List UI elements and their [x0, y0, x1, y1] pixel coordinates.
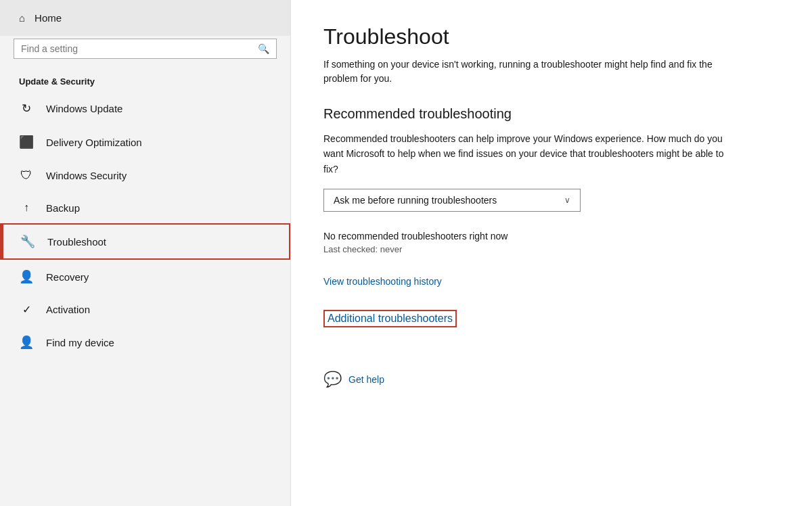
sidebar-item-delivery-optimization[interactable]: ⬛ Delivery Optimization: [0, 125, 290, 159]
no-troubleshooters-text: No recommended troubleshooters right now: [323, 231, 780, 242]
sidebar-item-label: Delivery Optimization: [46, 137, 142, 148]
search-box[interactable]: 🔍: [14, 39, 277, 59]
shield-icon: 🛡: [19, 168, 34, 183]
dropdown-value: Ask me before running troubleshooters: [334, 195, 497, 206]
get-help-row[interactable]: 💬 Get help: [323, 371, 780, 388]
get-help-icon: 💬: [323, 371, 342, 388]
recovery-icon: 👤: [19, 269, 34, 284]
sidebar-home-label: Home: [35, 12, 62, 24]
search-icon: 🔍: [258, 43, 269, 54]
page-subtitle: If something on your device isn't workin…: [323, 58, 729, 86]
home-icon: ⌂: [19, 12, 25, 24]
sidebar-item-windows-security[interactable]: 🛡 Windows Security: [0, 159, 290, 192]
sidebar-section-title: Update & Security: [0, 70, 290, 92]
last-checked-text: Last checked: never: [323, 244, 780, 254]
find-device-icon: 👤: [19, 335, 34, 350]
sidebar-item-label: Windows Security: [46, 170, 127, 181]
recommended-section-title: Recommended troubleshooting: [323, 106, 780, 122]
sidebar-item-label: Find my device: [46, 337, 114, 348]
additional-troubleshooters-link[interactable]: Additional troubleshooters: [323, 310, 457, 327]
sidebar-item-label: Activation: [46, 304, 90, 315]
windows-update-icon: ↻: [19, 101, 34, 116]
sidebar-item-home[interactable]: ⌂ Home: [0, 0, 290, 36]
sidebar-item-backup[interactable]: ↑ Backup: [0, 192, 290, 223]
recommended-section-desc: Recommended troubleshooters can help imp…: [323, 131, 729, 177]
sidebar: ⌂ Home 🔍 Update & Security ↻ Windows Upd…: [0, 0, 291, 506]
activation-icon: ✓: [19, 303, 34, 316]
sidebar-item-find-my-device[interactable]: 👤 Find my device: [0, 325, 290, 359]
sidebar-item-label: Troubleshoot: [47, 236, 106, 248]
sidebar-item-label: Windows Update: [46, 103, 122, 114]
delivery-optimization-icon: ⬛: [19, 135, 34, 150]
search-input[interactable]: [21, 43, 252, 54]
sidebar-item-label: Backup: [46, 202, 80, 214]
wrench-icon: 🔧: [20, 234, 35, 249]
main-content: Troubleshoot If something on your device…: [291, 0, 812, 506]
sidebar-item-label: Recovery: [46, 271, 89, 283]
page-title: Troubleshoot: [323, 24, 780, 49]
get-help-label: Get help: [348, 374, 384, 385]
sidebar-item-activation[interactable]: ✓ Activation: [0, 294, 290, 325]
chevron-down-icon: ∨: [564, 196, 570, 205]
view-troubleshooting-history-link[interactable]: View troubleshooting history: [323, 276, 442, 287]
backup-icon: ↑: [19, 202, 34, 214]
sidebar-item-recovery[interactable]: 👤 Recovery: [0, 260, 290, 294]
sidebar-item-troubleshoot[interactable]: 🔧 Troubleshoot: [0, 223, 290, 260]
sidebar-item-windows-update[interactable]: ↻ Windows Update: [0, 92, 290, 125]
troubleshooter-preference-dropdown[interactable]: Ask me before running troubleshooters ∨: [323, 189, 581, 212]
